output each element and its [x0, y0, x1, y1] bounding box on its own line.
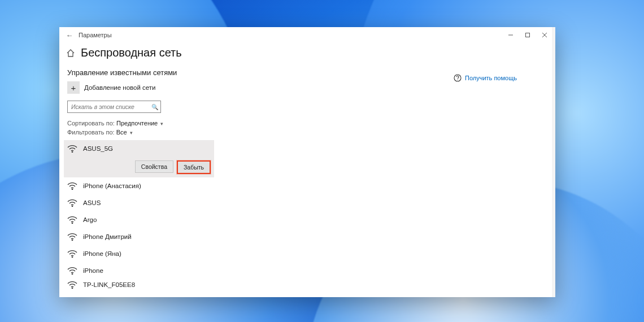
properties-label: Свойства [141, 163, 167, 170]
network-list: ASUS_5G Свойства Забыть [64, 140, 450, 290]
network-name: TP-LINK_F05EE8 [83, 281, 135, 288]
network-name: Argo [83, 216, 97, 223]
desktop-wallpaper: ← Параметры [0, 0, 644, 322]
filter-label: Фильтровать по: [67, 129, 115, 136]
app-title: Параметры [79, 32, 112, 38]
svg-point-8 [72, 240, 72, 240]
titlebar: ← Параметры [59, 27, 555, 43]
svg-point-6 [72, 206, 72, 206]
svg-point-5 [72, 189, 72, 189]
svg-point-7 [72, 223, 72, 223]
side-panel: Получить помощь [450, 43, 555, 297]
wifi-icon [67, 281, 77, 289]
network-item[interactable]: ASUS [67, 194, 450, 211]
wifi-icon [67, 145, 77, 153]
properties-button[interactable]: Свойства [135, 160, 173, 173]
network-name: ASUS [83, 199, 101, 206]
svg-point-11 [72, 288, 72, 288]
wifi-icon [67, 199, 77, 207]
forget-button[interactable]: Забыть [177, 160, 211, 174]
wifi-icon [67, 182, 77, 190]
maximize-button[interactable] [519, 29, 536, 41]
settings-window: ← Параметры [59, 27, 555, 297]
page-heading-row: Беспроводная сеть [64, 43, 450, 65]
network-name: ASUS_5G [83, 145, 113, 152]
network-name: iPhone Дмитрий [83, 233, 132, 240]
home-icon[interactable] [66, 49, 75, 58]
close-button[interactable] [536, 29, 553, 41]
scrollbar[interactable] [552, 43, 555, 297]
filter-value: Все [116, 129, 127, 136]
help-label: Получить помощь [465, 75, 517, 81]
network-name: iPhone (Яна) [83, 250, 121, 257]
section-heading: Управление известными сетями [64, 65, 450, 81]
network-item-selected[interactable]: ASUS_5G Свойства Забыть [64, 140, 214, 177]
network-item[interactable]: iPhone Дмитрий [67, 228, 450, 245]
back-button[interactable]: ← [64, 31, 75, 40]
svg-point-13 [457, 80, 458, 80]
add-network-label: Добавление новой сети [84, 84, 156, 91]
get-help-link[interactable]: Получить помощь [454, 74, 555, 82]
search-input[interactable]: 🔍 [67, 101, 161, 113]
network-item[interactable]: iPhone (Анастасия) [67, 177, 450, 194]
chevron-down-icon: ▾ [160, 121, 163, 127]
wifi-icon [67, 267, 77, 275]
add-network-button[interactable]: + Добавление новой сети [64, 81, 450, 99]
main-panel: Беспроводная сеть Управление известными … [59, 43, 450, 297]
help-icon [454, 74, 462, 82]
search-icon: 🔍 [151, 104, 158, 110]
network-name: iPhone [83, 267, 103, 274]
page-title: Беспроводная сеть [81, 46, 182, 59]
minimize-button[interactable] [502, 29, 519, 41]
network-name: iPhone (Анастасия) [83, 182, 141, 189]
wifi-icon [67, 250, 77, 258]
wifi-icon [67, 216, 77, 224]
forget-label: Забыть [184, 164, 204, 171]
plus-icon: + [67, 81, 80, 94]
filter-dropdown[interactable]: Фильтровать по: Все ▾ [64, 129, 450, 138]
content-area: Беспроводная сеть Управление известными … [59, 43, 555, 297]
sort-dropdown[interactable]: Сортировать по: Предпочтение ▾ [64, 120, 450, 129]
network-item[interactable]: Argo [67, 211, 450, 228]
svg-point-10 [72, 273, 72, 274]
sort-value: Предпочтение [116, 120, 158, 127]
svg-rect-1 [526, 33, 530, 37]
search-field[interactable] [70, 103, 151, 111]
sort-label: Сортировать по: [67, 120, 115, 127]
network-item[interactable]: iPhone [67, 262, 450, 279]
chevron-down-icon: ▾ [130, 130, 133, 136]
wifi-icon [67, 233, 77, 241]
svg-point-9 [72, 256, 72, 257]
svg-point-4 [72, 151, 72, 152]
network-item[interactable]: iPhone (Яна) [67, 245, 450, 262]
network-item[interactable]: TP-LINK_F05EE8 [67, 279, 450, 290]
